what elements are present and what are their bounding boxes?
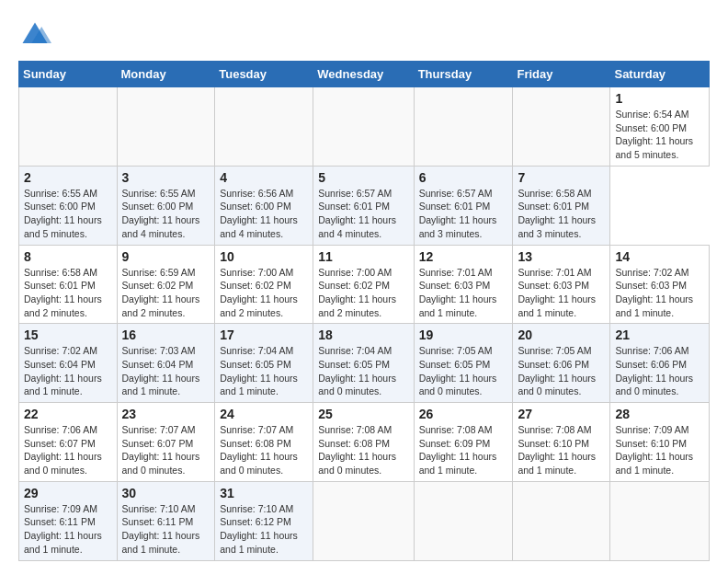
day-info: Sunrise: 7:00 AMSunset: 6:02 PMDaylight:…	[220, 266, 308, 320]
calendar-table: SundayMondayTuesdayWednesdayThursdayFrid…	[18, 61, 710, 561]
day-cell-8: 8Sunrise: 6:58 AMSunset: 6:01 PMDaylight…	[19, 245, 118, 324]
day-info: Sunrise: 6:54 AMSunset: 6:00 PMDaylight:…	[615, 108, 704, 162]
logo	[18, 18, 55, 52]
day-info: Sunrise: 7:05 AMSunset: 6:06 PMDaylight:…	[518, 344, 605, 398]
day-number: 18	[318, 327, 408, 342]
calendar-header: SundayMondayTuesdayWednesdayThursdayFrid…	[19, 62, 710, 87]
day-number: 19	[419, 327, 508, 342]
empty-cell	[19, 87, 118, 167]
calendar-week-1: 2Sunrise: 6:55 AMSunset: 6:00 PMDaylight…	[19, 166, 710, 245]
day-info: Sunrise: 6:55 AMSunset: 6:00 PMDaylight:…	[122, 187, 210, 241]
day-number: 29	[24, 486, 112, 500]
header-thursday: Thursday	[414, 62, 513, 87]
day-info: Sunrise: 6:55 AMSunset: 6:00 PMDaylight:…	[24, 187, 112, 241]
day-number: 22	[24, 407, 112, 421]
day-info: Sunrise: 7:06 AMSunset: 6:07 PMDaylight:…	[24, 423, 112, 477]
day-number: 6	[419, 170, 508, 185]
day-cell-30: 30Sunrise: 7:10 AMSunset: 6:11 PMDayligh…	[117, 481, 215, 560]
day-cell-7: 7Sunrise: 6:58 AMSunset: 6:01 PMDaylight…	[513, 166, 610, 245]
empty-cell	[513, 87, 610, 167]
day-cell-20: 20Sunrise: 7:05 AMSunset: 6:06 PMDayligh…	[513, 324, 610, 403]
day-number: 1	[615, 91, 704, 106]
day-info: Sunrise: 7:03 AMSunset: 6:04 PMDaylight:…	[122, 344, 210, 398]
day-info: Sunrise: 7:10 AMSunset: 6:12 PMDaylight:…	[220, 502, 308, 557]
day-info: Sunrise: 6:59 AMSunset: 6:02 PMDaylight:…	[122, 266, 210, 320]
empty-cell	[513, 481, 610, 560]
day-cell-29: 29Sunrise: 7:09 AMSunset: 6:11 PMDayligh…	[19, 481, 118, 560]
calendar-week-2: 8Sunrise: 6:58 AMSunset: 6:01 PMDaylight…	[19, 245, 710, 324]
empty-cell	[117, 87, 215, 167]
day-number: 3	[122, 170, 210, 185]
day-number: 12	[419, 249, 508, 264]
day-number: 21	[615, 327, 704, 342]
day-info: Sunrise: 7:02 AMSunset: 6:04 PMDaylight:…	[24, 344, 112, 398]
calendar-week-3: 15Sunrise: 7:02 AMSunset: 6:04 PMDayligh…	[19, 324, 710, 403]
day-info: Sunrise: 7:08 AMSunset: 6:08 PMDaylight:…	[318, 423, 408, 477]
day-info: Sunrise: 7:02 AMSunset: 6:03 PMDaylight:…	[615, 266, 704, 320]
day-info: Sunrise: 6:56 AMSunset: 6:00 PMDaylight:…	[220, 187, 308, 241]
day-info: Sunrise: 7:01 AMSunset: 6:03 PMDaylight:…	[419, 266, 508, 320]
empty-cell	[313, 87, 414, 167]
calendar-body: 1Sunrise: 6:54 AMSunset: 6:00 PMDaylight…	[19, 87, 710, 561]
day-cell-31: 31Sunrise: 7:10 AMSunset: 6:12 PMDayligh…	[215, 481, 313, 560]
day-cell-18: 18Sunrise: 7:04 AMSunset: 6:05 PMDayligh…	[313, 324, 414, 403]
day-info: Sunrise: 7:07 AMSunset: 6:07 PMDaylight:…	[122, 423, 210, 477]
day-info: Sunrise: 7:10 AMSunset: 6:11 PMDaylight:…	[122, 502, 210, 557]
day-cell-27: 27Sunrise: 7:08 AMSunset: 6:10 PMDayligh…	[513, 403, 610, 482]
day-info: Sunrise: 7:00 AMSunset: 6:02 PMDaylight:…	[318, 266, 408, 320]
day-number: 25	[318, 407, 408, 421]
calendar-week-0: 1Sunrise: 6:54 AMSunset: 6:00 PMDaylight…	[19, 87, 710, 167]
day-cell-6: 6Sunrise: 6:57 AMSunset: 6:01 PMDaylight…	[414, 166, 513, 245]
day-number: 7	[518, 170, 605, 185]
day-info: Sunrise: 7:01 AMSunset: 6:03 PMDaylight:…	[518, 266, 605, 320]
empty-cell	[610, 481, 710, 560]
day-cell-13: 13Sunrise: 7:01 AMSunset: 6:03 PMDayligh…	[513, 245, 610, 324]
day-info: Sunrise: 7:06 AMSunset: 6:06 PMDaylight:…	[615, 344, 704, 398]
header-saturday: Saturday	[610, 62, 710, 87]
day-info: Sunrise: 7:08 AMSunset: 6:10 PMDaylight:…	[518, 423, 605, 477]
header-monday: Monday	[117, 62, 215, 87]
day-number: 13	[518, 249, 605, 264]
day-cell-16: 16Sunrise: 7:03 AMSunset: 6:04 PMDayligh…	[117, 324, 215, 403]
day-cell-4: 4Sunrise: 6:56 AMSunset: 6:00 PMDaylight…	[215, 166, 313, 245]
day-number: 27	[518, 407, 605, 421]
empty-cell	[414, 481, 513, 560]
day-number: 26	[419, 407, 508, 421]
day-number: 10	[220, 249, 308, 264]
day-cell-12: 12Sunrise: 7:01 AMSunset: 6:03 PMDayligh…	[414, 245, 513, 324]
day-cell-2: 2Sunrise: 6:55 AMSunset: 6:00 PMDaylight…	[19, 166, 118, 245]
day-number: 20	[518, 327, 605, 342]
header-wednesday: Wednesday	[313, 62, 414, 87]
day-number: 11	[318, 249, 408, 264]
day-number: 23	[122, 407, 210, 421]
day-cell-15: 15Sunrise: 7:02 AMSunset: 6:04 PMDayligh…	[19, 324, 118, 403]
day-cell-9: 9Sunrise: 6:59 AMSunset: 6:02 PMDaylight…	[117, 245, 215, 324]
day-number: 4	[220, 170, 308, 185]
day-cell-17: 17Sunrise: 7:04 AMSunset: 6:05 PMDayligh…	[215, 324, 313, 403]
calendar-week-4: 22Sunrise: 7:06 AMSunset: 6:07 PMDayligh…	[19, 403, 710, 482]
page-header	[18, 18, 710, 52]
day-cell-24: 24Sunrise: 7:07 AMSunset: 6:08 PMDayligh…	[215, 403, 313, 482]
header-friday: Friday	[513, 62, 610, 87]
day-cell-28: 28Sunrise: 7:09 AMSunset: 6:10 PMDayligh…	[610, 403, 710, 482]
empty-cell	[215, 87, 313, 167]
day-info: Sunrise: 7:08 AMSunset: 6:09 PMDaylight:…	[419, 423, 508, 477]
day-cell-23: 23Sunrise: 7:07 AMSunset: 6:07 PMDayligh…	[117, 403, 215, 482]
empty-cell	[414, 87, 513, 167]
day-number: 15	[24, 327, 112, 342]
header-tuesday: Tuesday	[215, 62, 313, 87]
day-number: 17	[220, 327, 308, 342]
day-cell-21: 21Sunrise: 7:06 AMSunset: 6:06 PMDayligh…	[610, 324, 710, 403]
day-info: Sunrise: 6:57 AMSunset: 6:01 PMDaylight:…	[318, 187, 408, 241]
day-cell-11: 11Sunrise: 7:00 AMSunset: 6:02 PMDayligh…	[313, 245, 414, 324]
day-number: 5	[318, 170, 408, 185]
day-number: 31	[220, 486, 308, 500]
day-info: Sunrise: 6:57 AMSunset: 6:01 PMDaylight:…	[419, 187, 508, 241]
day-cell-1: 1Sunrise: 6:54 AMSunset: 6:00 PMDaylight…	[610, 87, 710, 167]
header-sunday: Sunday	[19, 62, 118, 87]
header-row: SundayMondayTuesdayWednesdayThursdayFrid…	[19, 62, 710, 87]
day-info: Sunrise: 7:09 AMSunset: 6:10 PMDaylight:…	[615, 423, 704, 477]
day-number: 14	[615, 249, 704, 264]
day-info: Sunrise: 7:09 AMSunset: 6:11 PMDaylight:…	[24, 502, 112, 557]
day-info: Sunrise: 6:58 AMSunset: 6:01 PMDaylight:…	[24, 266, 112, 320]
